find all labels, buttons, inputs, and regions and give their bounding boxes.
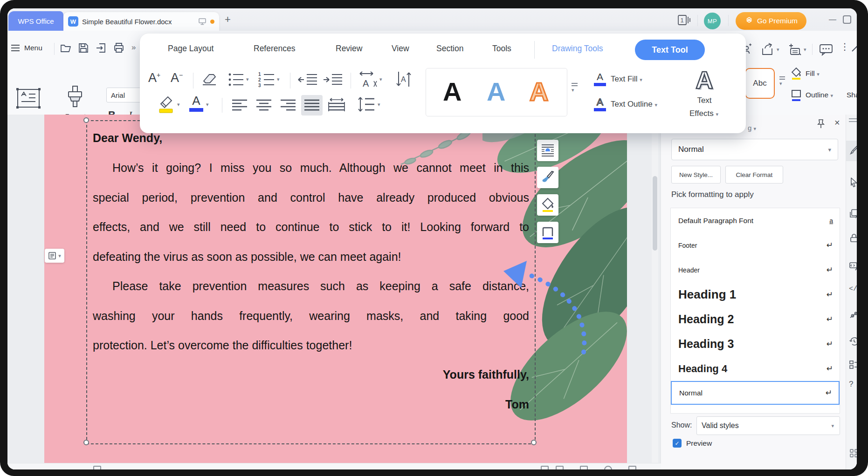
tab-references[interactable]: References xyxy=(254,44,296,54)
increase-font-button[interactable]: A+ xyxy=(148,71,160,85)
status-icon[interactable] xyxy=(628,466,636,469)
grid-view-icon[interactable] xyxy=(849,448,857,458)
character-spacing-dropdown-icon[interactable]: ▾ xyxy=(379,76,382,82)
wordart-gallery-more-icon[interactable]: ▾ xyxy=(572,83,578,93)
status-icon[interactable] xyxy=(93,466,101,469)
status-icon[interactable] xyxy=(556,466,564,469)
minimize-button[interactable]: — xyxy=(824,12,841,27)
strip-handle-icon[interactable] xyxy=(849,118,857,122)
highlight-color-button[interactable] xyxy=(158,95,175,114)
more-commands-icon[interactable]: » xyxy=(131,43,136,52)
more-options-icon[interactable]: ⋮ xyxy=(840,41,849,52)
align-right-button[interactable] xyxy=(280,99,296,112)
document-tab[interactable]: W Simple Beautiful Flower.docx xyxy=(63,12,219,31)
style-item-heading-2[interactable]: Heading 2 ↵ xyxy=(671,307,840,332)
menu-button[interactable]: Menu xyxy=(24,44,42,52)
shape-outline-icon[interactable] xyxy=(790,88,803,102)
style-item-normal-selected[interactable]: Normal ↵ xyxy=(671,381,840,405)
export-button[interactable] xyxy=(95,42,107,54)
style-item-header[interactable]: Header ↵ xyxy=(671,258,840,282)
share-dropdown-icon[interactable]: ▾ xyxy=(777,47,779,53)
bullet-list-dropdown-icon[interactable]: ▾ xyxy=(246,76,249,82)
copy-delete-icon[interactable] xyxy=(849,209,857,219)
show-styles-select[interactable]: Valid styles ▾ xyxy=(696,416,840,435)
distribute-button[interactable] xyxy=(327,97,346,113)
bullet-list-button[interactable] xyxy=(227,71,244,88)
lock-icon[interactable] xyxy=(849,233,857,243)
tab-drawing-tools[interactable]: Drawing Tools xyxy=(552,44,603,54)
line-spacing-button[interactable] xyxy=(357,96,376,113)
text-outline-icon[interactable]: A xyxy=(594,97,606,111)
history-icon[interactable] xyxy=(849,336,857,347)
new-tab-button[interactable]: + xyxy=(225,14,231,26)
shape-effects-button[interactable]: Shape xyxy=(847,91,857,99)
code-icon[interactable]: </ xyxy=(849,285,857,293)
tab-section[interactable]: Section xyxy=(436,44,463,54)
close-panel-icon[interactable]: × xyxy=(834,117,840,128)
add-to-list-dropdown-icon[interactable]: ▾ xyxy=(804,47,806,53)
style-item-heading-1[interactable]: Heading 1 ↵ xyxy=(671,282,840,307)
open-file-button[interactable] xyxy=(60,42,72,54)
decrease-font-button[interactable]: A− xyxy=(171,71,183,85)
line-spacing-dropdown-icon[interactable]: ▾ xyxy=(378,102,380,108)
hamburger-icon[interactable] xyxy=(11,45,20,51)
tab-page-layout[interactable]: Page Layout xyxy=(168,44,214,54)
resize-handle[interactable] xyxy=(83,440,89,445)
text-outline-button[interactable]: Text Outline ▾ xyxy=(611,100,657,109)
help-icon[interactable]: ? xyxy=(849,380,853,389)
settings-slider-icon[interactable] xyxy=(849,310,857,320)
tab-review[interactable]: Review xyxy=(336,44,362,54)
align-left-button[interactable] xyxy=(231,99,248,112)
add-to-list-icon[interactable] xyxy=(788,43,802,56)
outline-tree-icon[interactable] xyxy=(849,360,857,370)
wordart-style-blue[interactable]: A xyxy=(487,79,505,105)
text-effects-button[interactable]: Effects ▾ xyxy=(681,109,727,118)
wps-office-button[interactable]: WPS Office xyxy=(8,11,63,31)
comment-icon[interactable] xyxy=(819,43,834,57)
shape-fill-button[interactable]: Fill ▾ xyxy=(806,69,820,78)
tab-text-tool-active[interactable]: Text Tool xyxy=(635,40,705,60)
format-brush-icon[interactable] xyxy=(849,144,857,155)
new-style-button[interactable]: New Style... xyxy=(671,166,721,184)
style-brush-button[interactable] xyxy=(537,167,558,188)
highlight-dropdown-icon[interactable]: ▾ xyxy=(177,102,180,108)
wordart-style-orange-outline[interactable]: A xyxy=(530,79,548,105)
text-fill-icon[interactable]: A xyxy=(594,72,606,86)
preview-checkbox[interactable]: ✓ xyxy=(673,439,682,448)
share-icon[interactable] xyxy=(761,43,775,56)
go-premium-button[interactable]: Go Premium xyxy=(736,12,806,30)
clear-format-eraser-icon[interactable] xyxy=(200,72,218,88)
pin-icon[interactable] xyxy=(816,118,826,129)
print-button[interactable] xyxy=(113,42,125,54)
style-item-heading-3[interactable]: Heading 3 ↵ xyxy=(671,332,840,356)
status-icon[interactable] xyxy=(580,466,588,469)
collapse-ribbon-icon[interactable] xyxy=(851,46,857,52)
shape-gallery-more-icon[interactable]: ▾ xyxy=(779,76,785,87)
window-count-button[interactable]: 1 xyxy=(677,14,691,27)
text-direction-button[interactable]: A xyxy=(395,70,412,88)
paragraph-options-button[interactable]: ▾ xyxy=(45,249,64,263)
avatar[interactable]: MP xyxy=(704,13,721,29)
text-box-icon[interactable] xyxy=(15,87,42,110)
format-painter-icon[interactable] xyxy=(65,85,85,109)
layout-options-button[interactable] xyxy=(537,140,558,161)
decrease-indent-button[interactable] xyxy=(297,73,318,87)
numbered-list-dropdown-icon[interactable]: ▾ xyxy=(277,76,280,82)
shape-outline-quick-button[interactable] xyxy=(537,222,558,243)
status-icon[interactable] xyxy=(604,466,612,469)
wordart-style-plain[interactable]: A xyxy=(443,79,462,105)
tab-view[interactable]: View xyxy=(392,44,409,54)
style-item-heading-4[interactable]: Heading 4 ↵ xyxy=(671,356,840,381)
style-item-footer[interactable]: Footer ↵ xyxy=(671,233,840,258)
tab-tools[interactable]: Tools xyxy=(492,44,511,54)
font-color-button[interactable]: A xyxy=(189,94,203,112)
font-color-dropdown-icon[interactable]: ▾ xyxy=(206,102,209,108)
vertical-scrollbar[interactable] xyxy=(652,115,658,469)
text-fill-button[interactable]: Text Fill ▾ xyxy=(611,75,642,84)
textbox-selection-border[interactable] xyxy=(86,120,536,444)
clear-format-button[interactable]: Clear Format xyxy=(725,166,783,184)
justify-button-active[interactable] xyxy=(301,95,323,116)
increase-indent-button[interactable] xyxy=(323,73,343,87)
select-cursor-icon[interactable] xyxy=(849,177,857,187)
text-effects-icon[interactable]: A xyxy=(688,66,721,94)
